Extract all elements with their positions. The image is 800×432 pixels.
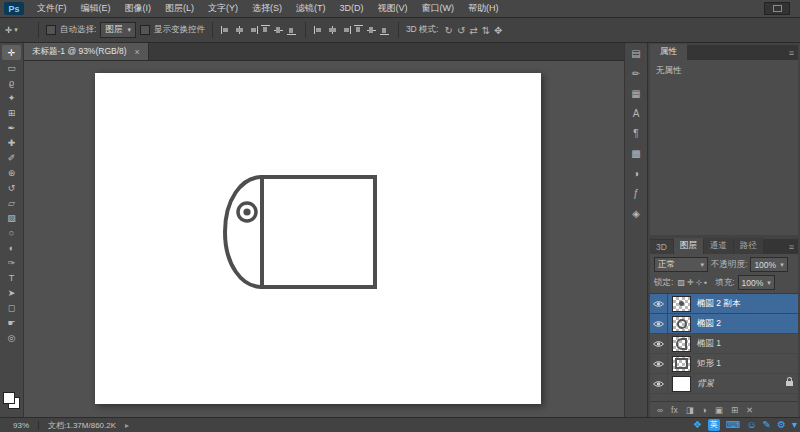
visibility-cell[interactable]	[650, 374, 668, 393]
panel-menu-icon[interactable]: ≡	[789, 242, 798, 254]
brush-panel-icon[interactable]: ✏	[632, 69, 640, 79]
new-layer-icon[interactable]: ⊞	[731, 405, 738, 415]
distribute-hcenter-icon[interactable]	[327, 25, 338, 35]
layer-group-icon[interactable]: ▣	[715, 405, 723, 415]
tab-图层[interactable]: 图层	[674, 238, 703, 254]
move-tool[interactable]: ✛	[2, 45, 21, 60]
menu-item[interactable]: 图层(L)	[158, 0, 201, 17]
document-tab[interactable]: 未标题-1 @ 93%(RGB/8) ×	[24, 43, 149, 60]
delete-layer-icon[interactable]: ✕	[746, 405, 753, 415]
distribute-right-icon[interactable]	[340, 25, 351, 35]
current-tool-preset[interactable]: ✛ ▾	[5, 25, 31, 35]
color-swatches[interactable]	[3, 392, 20, 409]
crop-tool[interactable]: ⊞	[2, 105, 21, 120]
swatches-panel-icon[interactable]: ▩	[631, 149, 640, 159]
3d-rotate-icon[interactable]: ↻	[444, 25, 452, 36]
layer-row[interactable]: 椭圆 2 副本	[650, 294, 798, 314]
ime-pen-icon[interactable]: ✎	[763, 419, 771, 431]
eye-icon[interactable]	[653, 380, 664, 388]
zoom-tool[interactable]: ◎	[2, 330, 21, 345]
zoom-level[interactable]: 93%	[13, 421, 29, 430]
layer-thumbnail[interactable]	[672, 376, 691, 392]
menu-item[interactable]: 选择(S)	[245, 0, 289, 17]
lock-all-icon[interactable]: ▪	[704, 278, 707, 287]
align-hcenter-icon[interactable]	[234, 25, 245, 35]
menu-item[interactable]: 滤镜(T)	[289, 0, 333, 17]
distribute-vcenter-icon[interactable]	[366, 25, 377, 35]
menu-item[interactable]: 帮助(H)	[461, 0, 506, 17]
shape-tool[interactable]: ◻	[2, 300, 21, 315]
path-selection-tool[interactable]: ➤	[2, 285, 21, 300]
3d-slide-icon[interactable]: ⇅	[482, 25, 490, 36]
layer-thumbnail[interactable]	[672, 356, 691, 372]
align-vcenter-icon[interactable]	[273, 25, 284, 35]
menu-item[interactable]: 文件(F)	[30, 0, 74, 17]
eye-icon[interactable]	[653, 340, 664, 348]
menu-item[interactable]: 视图(V)	[371, 0, 415, 17]
history-panel-icon[interactable]: ▤	[631, 49, 640, 59]
layer-row[interactable]: 背景	[650, 374, 798, 394]
ime-logo-icon[interactable]: ❖	[693, 419, 702, 431]
tab-properties[interactable]: 属性	[650, 44, 687, 60]
gradient-tool[interactable]: ▨	[2, 210, 21, 225]
eye-icon[interactable]	[653, 360, 664, 368]
lasso-tool[interactable]: ϱ	[2, 75, 21, 90]
type-tool[interactable]: T	[2, 270, 21, 285]
canvas-area[interactable]	[24, 61, 624, 417]
brush-tool[interactable]: ✐	[2, 150, 21, 165]
layer-row[interactable]: 椭圆 2	[650, 314, 798, 334]
clone-source-panel-icon[interactable]: ▦	[631, 89, 640, 99]
ime-settings-icon[interactable]: ⚙	[777, 419, 786, 431]
info-panel-icon[interactable]: ◈	[632, 209, 640, 219]
menu-item[interactable]: 窗口(W)	[415, 0, 462, 17]
show-transform-checkbox[interactable]	[140, 25, 150, 35]
distribute-top-icon[interactable]	[353, 25, 364, 35]
ime-emoji-icon[interactable]: ☺	[746, 419, 756, 431]
menu-item[interactable]: 图像(I)	[118, 0, 159, 17]
align-right-icon[interactable]	[247, 25, 258, 35]
panel-menu-icon[interactable]: ≡	[789, 48, 798, 60]
adjustments-panel-icon[interactable]: ◑	[633, 169, 639, 179]
fill-dropdown[interactable]: 100% ▾	[738, 275, 775, 290]
ime-lang-toggle[interactable]: 英	[708, 419, 720, 431]
lock-pixels-icon[interactable]: ✛	[687, 278, 694, 287]
tab-3D[interactable]: 3D	[650, 240, 673, 254]
ime-more-icon[interactable]: ▾	[792, 419, 797, 431]
visibility-cell[interactable]	[650, 294, 668, 313]
layer-thumbnail[interactable]	[672, 296, 691, 312]
foreground-color-swatch[interactable]	[3, 392, 15, 404]
ime-keyboard-icon[interactable]: ⌨	[726, 419, 740, 431]
tab-路径[interactable]: 路径	[734, 238, 763, 254]
status-options-arrow[interactable]: ▸	[125, 421, 129, 430]
distribute-bottom-icon[interactable]	[379, 25, 390, 35]
tab-通道[interactable]: 通道	[704, 238, 733, 254]
quick-selection-tool[interactable]: ✦	[2, 90, 21, 105]
layer-thumbnail[interactable]	[672, 336, 691, 352]
auto-select-checkbox[interactable]	[46, 25, 56, 35]
eyedropper-tool[interactable]: ✒	[2, 120, 21, 135]
window-control-button[interactable]	[764, 2, 790, 15]
layer-mask-icon[interactable]: ◨	[686, 405, 694, 415]
hand-tool[interactable]: ☛	[2, 315, 21, 330]
close-icon[interactable]: ×	[135, 47, 140, 57]
menu-item[interactable]: 3D(D)	[333, 0, 371, 17]
align-bottom-icon[interactable]	[286, 25, 297, 35]
layer-row[interactable]: 矩形 1	[650, 354, 798, 374]
3d-drag-icon[interactable]: ⇄	[469, 25, 477, 36]
align-top-icon[interactable]	[260, 25, 271, 35]
document-canvas[interactable]	[95, 73, 541, 404]
clone-stamp-tool[interactable]: ⊛	[2, 165, 21, 180]
pen-tool[interactable]: ✑	[2, 255, 21, 270]
visibility-cell[interactable]	[650, 354, 668, 373]
healing-brush-tool[interactable]: ✚	[2, 135, 21, 150]
history-brush-tool[interactable]: ↺	[2, 180, 21, 195]
menu-item[interactable]: 文字(Y)	[201, 0, 245, 17]
menu-item[interactable]: 编辑(E)	[74, 0, 118, 17]
lock-position-icon[interactable]: ⊹	[696, 278, 703, 287]
eye-icon[interactable]	[653, 300, 664, 308]
link-layers-icon[interactable]: ∞	[657, 405, 663, 415]
layer-row[interactable]: 椭圆 1	[650, 334, 798, 354]
lock-transparency-icon[interactable]: ▨	[677, 278, 685, 287]
blend-mode-dropdown[interactable]: 正常 ▾	[654, 257, 708, 272]
layer-style-icon[interactable]: fx	[671, 405, 678, 415]
